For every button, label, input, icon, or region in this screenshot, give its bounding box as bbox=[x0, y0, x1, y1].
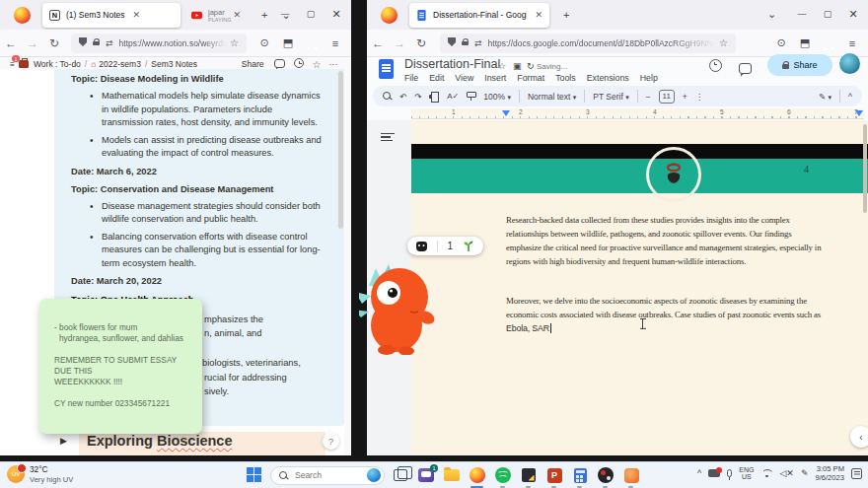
comments-icon[interactable] bbox=[739, 60, 752, 78]
back-icon[interactable]: ← bbox=[367, 36, 389, 50]
menu-view[interactable]: View bbox=[455, 73, 473, 83]
tab-sem3-notes[interactable]: N (1) Sem3 Notes ✕ bbox=[42, 3, 181, 28]
sticky-notes-taskbar-button[interactable] bbox=[519, 465, 539, 485]
pet-mascot-dino[interactable] bbox=[359, 260, 440, 355]
pet-widget-counter[interactable]: 1 bbox=[407, 237, 483, 255]
language-switcher[interactable]: ENGUS bbox=[739, 466, 754, 481]
minimize-button[interactable]: — bbox=[272, 9, 298, 19]
maximize-button[interactable]: ▢ bbox=[815, 9, 840, 19]
app-taskbar-button[interactable] bbox=[621, 465, 641, 485]
taskbar-weather-widget[interactable]: UV 32°C Very high UV bbox=[7, 465, 73, 484]
docs-scrollbar[interactable] bbox=[863, 124, 867, 213]
bullet-item[interactable]: Mathematical models help simulate diseas… bbox=[89, 90, 336, 130]
menu-help[interactable]: Help bbox=[640, 73, 658, 83]
powerpoint-taskbar-button[interactable]: P bbox=[544, 465, 564, 485]
document-title[interactable]: Dissertation-Final bbox=[404, 57, 500, 71]
bookmark-star-icon[interactable]: ☆ bbox=[230, 37, 239, 48]
minimize-button[interactable]: — bbox=[789, 9, 815, 19]
sticky-note[interactable]: - book flowers for mum hydrangea, sunflo… bbox=[39, 299, 202, 434]
search-input[interactable] bbox=[293, 469, 364, 481]
taskbar-clock[interactable]: 3:05 PM9/6/2023 bbox=[815, 464, 844, 482]
url-text[interactable]: https://www.notion.so/weyrdworks bbox=[119, 38, 226, 48]
teams-chat-button[interactable] bbox=[416, 465, 436, 485]
extensions-icon[interactable]: ⬒ bbox=[276, 36, 300, 49]
task-view-button[interactable] bbox=[391, 465, 410, 485]
ruler[interactable]: 1 2 3 4 5 6 7 bbox=[411, 108, 864, 119]
address-bar[interactable]: ⇄ https://docs.google.com/document/d/18D… bbox=[440, 34, 736, 53]
font-select[interactable]: PT Serif ▾ bbox=[593, 92, 628, 102]
firefox-logo-icon[interactable] bbox=[14, 7, 31, 24]
pocket-icon[interactable]: ⊙ bbox=[253, 36, 276, 49]
toolbar-more-icon[interactable]: ⋮ bbox=[695, 92, 704, 102]
google-docs-icon[interactable] bbox=[379, 59, 394, 79]
menu-insert[interactable]: Insert bbox=[484, 73, 506, 83]
body-text-line[interactable]: Research-backed data collected from thes… bbox=[506, 215, 790, 225]
spell-check-icon[interactable]: A✓ bbox=[447, 92, 459, 101]
calculator-taskbar-button[interactable] bbox=[570, 465, 590, 485]
new-tab-button[interactable]: + bbox=[563, 9, 569, 21]
menu-format[interactable]: Format bbox=[517, 73, 544, 83]
taskbar-search[interactable] bbox=[270, 466, 385, 485]
start-button[interactable] bbox=[245, 465, 264, 485]
bookmark-star-icon[interactable]: ☆ bbox=[719, 37, 728, 48]
side-panel-collapse-button[interactable]: ‹ bbox=[850, 426, 868, 448]
notion-scrollbar[interactable] bbox=[338, 71, 343, 229]
pen-touch-icon[interactable]: ✎ bbox=[801, 468, 809, 478]
menu-edit[interactable]: Edit bbox=[429, 73, 444, 83]
font-size-decrease[interactable]: − bbox=[646, 92, 651, 102]
menu-extensions[interactable]: Extensions bbox=[587, 73, 629, 83]
version-history-icon[interactable] bbox=[709, 58, 722, 76]
bullet-item[interactable]: Models can assist in predicting disease … bbox=[89, 134, 336, 161]
paragraph-style-select[interactable]: Normal text ▾ bbox=[528, 92, 576, 102]
bing-icon[interactable] bbox=[367, 468, 381, 482]
extensions-icon[interactable]: ⬒ bbox=[793, 36, 817, 49]
back-icon[interactable]: ← bbox=[0, 36, 22, 50]
date-line[interactable]: Date: March 20, 2022 bbox=[71, 275, 336, 288]
tab-close-icon[interactable]: ✕ bbox=[233, 10, 241, 20]
bullet-item[interactable]: Balancing conservation efforts with dise… bbox=[89, 231, 336, 271]
share-button[interactable]: Share bbox=[242, 59, 264, 69]
comments-icon[interactable] bbox=[274, 59, 285, 70]
hide-menus-icon[interactable]: ^ bbox=[848, 92, 852, 102]
paint-format-icon[interactable] bbox=[467, 92, 475, 101]
firefox-logo-icon[interactable] bbox=[381, 7, 398, 24]
body-text-line[interactable]: emphasize the critical need for proactiv… bbox=[506, 243, 821, 252]
tab-list-dropdown-icon[interactable]: ⌄ bbox=[767, 8, 776, 21]
volume-muted-icon[interactable]: ◁✕ bbox=[779, 468, 793, 478]
tracking-protection-shield-icon[interactable] bbox=[79, 37, 87, 48]
zoom-select[interactable]: 100% ▾ bbox=[483, 92, 511, 102]
hidden-icons-chevron[interactable]: ^ bbox=[697, 468, 701, 478]
date-line[interactable]: Date: March 6, 2022 bbox=[71, 166, 336, 178]
topic-heading[interactable]: Topic: Disease Modeling in Wildlife bbox=[71, 73, 336, 86]
tab-dissertation[interactable]: Dissertation-Final - Google Do ✕ bbox=[409, 3, 549, 28]
favorite-star-icon[interactable]: ☆ bbox=[313, 59, 322, 70]
new-tab-button[interactable]: + bbox=[261, 9, 267, 21]
body-text-line[interactable]: Ebola, SAR bbox=[506, 323, 551, 333]
pocket-icon[interactable]: ⊙ bbox=[769, 36, 793, 49]
maximize-button[interactable]: ▢ bbox=[298, 9, 324, 19]
right-indent-marker[interactable] bbox=[855, 110, 863, 116]
body-text-line[interactable]: economic costs associated with disease o… bbox=[506, 310, 821, 319]
menu-tools[interactable]: Tools bbox=[555, 73, 576, 83]
menu-file[interactable]: File bbox=[404, 73, 418, 83]
body-text-line[interactable]: regions with high biodiversity and frequ… bbox=[506, 256, 746, 266]
star-document-icon[interactable]: ☆ bbox=[498, 61, 506, 71]
editing-mode-pencil-icon[interactable]: ✎ ▾ bbox=[819, 92, 832, 102]
breadcrumb-workspace[interactable]: Work : To-do bbox=[34, 59, 81, 69]
close-button[interactable]: ✕ bbox=[324, 8, 349, 21]
tracking-protection-shield-icon[interactable] bbox=[448, 37, 456, 48]
indent-marker[interactable] bbox=[502, 110, 510, 116]
body-text-line[interactable]: Moreover, we delve into the socioeconomi… bbox=[506, 296, 807, 306]
undo-icon[interactable]: ↶ bbox=[399, 92, 406, 102]
notification-center-icon[interactable] bbox=[851, 468, 862, 479]
topic-heading[interactable]: Topic: Conservation and Disease Manageme… bbox=[71, 183, 336, 196]
font-size-value[interactable]: 11 bbox=[659, 90, 675, 104]
url-text[interactable]: https://docs.google.com/document/d/18DbP… bbox=[488, 38, 715, 48]
file-explorer-button[interactable] bbox=[442, 465, 462, 485]
breadcrumb-parent[interactable]: 2022-sem3 bbox=[99, 59, 141, 69]
notion-help-button[interactable]: ? bbox=[323, 433, 339, 450]
notion-sidebar-toggle-icon[interactable]: ≡1 bbox=[10, 59, 15, 69]
more-options-icon[interactable]: ⋯ bbox=[329, 59, 338, 69]
reader-toggle-icon[interactable]: ⇄ bbox=[106, 38, 113, 48]
search-menus-icon[interactable] bbox=[383, 92, 392, 101]
